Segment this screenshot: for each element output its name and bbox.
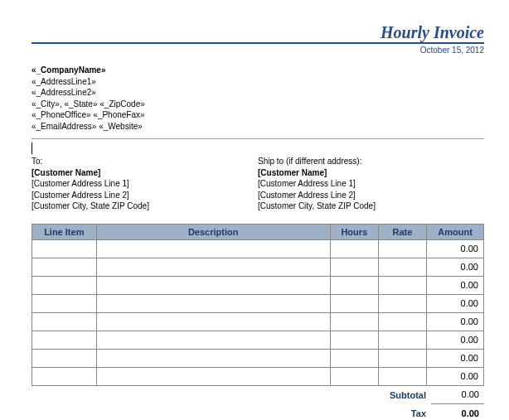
cell-hours[interactable] <box>330 349 378 367</box>
invoice-page: Hourly Invoice October 15, 2012 «_Compan… <box>0 0 509 420</box>
company-citystatezip: «_City», «_State» «_ZipCode» <box>32 99 484 110</box>
cell-description[interactable] <box>96 258 330 276</box>
cell-lineitem[interactable] <box>32 276 97 294</box>
cell-amount: 0.00 <box>427 331 484 349</box>
cell-hours[interactable] <box>330 239 378 258</box>
header-hours: Hours <box>330 224 378 239</box>
cell-rate[interactable] <box>378 331 426 349</box>
table-row: 0.00 <box>32 312 484 331</box>
cell-hours[interactable] <box>330 331 378 349</box>
cell-description[interactable] <box>96 367 330 385</box>
cell-description[interactable] <box>96 239 330 258</box>
table-row: 0.00 <box>32 294 484 312</box>
cell-hours[interactable] <box>330 312 378 331</box>
invoice-title: Hourly Invoice <box>32 23 484 42</box>
ship-to-label: Ship to (if different address): <box>258 156 484 167</box>
cell-amount: 0.00 <box>427 294 484 312</box>
cell-amount: 0.00 <box>427 349 484 367</box>
cell-description[interactable] <box>96 276 330 294</box>
bill-to-name: [Customer Name] <box>32 167 258 179</box>
cell-amount: 0.00 <box>427 312 484 331</box>
cell-lineitem[interactable] <box>32 294 97 312</box>
ship-to-line2: [Customer Address Line 2] <box>258 190 484 201</box>
tax-label: Tax <box>385 404 431 420</box>
header-rate: Rate <box>378 224 426 239</box>
company-phones: «_PhoneOffice» «_PhoneFax» <box>32 109 484 121</box>
ship-to-block: Ship to (if different address): [Custome… <box>258 156 484 212</box>
spacer <box>32 386 385 404</box>
cell-rate[interactable] <box>378 294 426 312</box>
bill-to-label: To: <box>32 156 258 167</box>
company-addr2: «_AddressLine2» <box>32 87 484 99</box>
cell-description[interactable] <box>96 294 330 312</box>
cell-hours[interactable] <box>330 367 378 385</box>
table-row: 0.00 <box>32 258 484 276</box>
subtotal-value: 0.00 <box>431 386 484 404</box>
cell-description[interactable] <box>96 349 330 367</box>
cell-amount: 0.00 <box>427 367 484 385</box>
header-amount: Amount <box>427 224 484 239</box>
invoice-date: October 15, 2012 <box>32 46 484 55</box>
ship-to-name: [Customer Name] <box>258 167 484 179</box>
header-description: Description <box>96 224 330 239</box>
cell-lineitem[interactable] <box>32 331 97 349</box>
header-lineitem: Line Item <box>32 224 97 239</box>
bill-to-line2: [Customer Address Line 2] <box>32 190 258 201</box>
divider <box>32 138 484 139</box>
cell-lineitem[interactable] <box>32 239 97 258</box>
cell-hours[interactable] <box>330 294 378 312</box>
cell-rate[interactable] <box>378 258 426 276</box>
title-rule: Hourly Invoice <box>32 23 484 44</box>
line-items-table: Line Item Description Hours Rate Amount … <box>32 224 484 386</box>
cell-amount: 0.00 <box>427 276 484 294</box>
cell-amount: 0.00 <box>427 258 484 276</box>
subtotal-label: Subtotal <box>385 386 431 404</box>
table-row: 0.00 <box>32 331 484 349</box>
company-block: «_CompanyName» «_AddressLine1» «_Address… <box>32 65 484 132</box>
cell-lineitem[interactable] <box>32 367 97 385</box>
totals-table: Subtotal 0.00 Tax 0.00 Total Due <box>32 386 484 420</box>
cell-rate[interactable] <box>378 276 426 294</box>
cell-rate[interactable] <box>378 312 426 331</box>
cell-hours[interactable] <box>330 276 378 294</box>
bill-to-line1: [Customer Address Line 1] <box>32 178 258 190</box>
table-row: 0.00 <box>32 276 484 294</box>
cell-amount: 0.00 <box>427 239 484 258</box>
cell-lineitem[interactable] <box>32 349 97 367</box>
addresses-row: To: [Customer Name] [Customer Address Li… <box>32 156 484 212</box>
cell-hours[interactable] <box>330 258 378 276</box>
ship-to-city: [Customer City, State ZIP Code] <box>258 200 484 212</box>
ship-to-line1: [Customer Address Line 1] <box>258 178 484 190</box>
bill-to-block: To: [Customer Name] [Customer Address Li… <box>32 156 258 212</box>
cell-description[interactable] <box>96 331 330 349</box>
table-row: 0.00 <box>32 367 484 385</box>
company-addr1: «_AddressLine1» <box>32 76 484 88</box>
cell-rate[interactable] <box>378 349 426 367</box>
cell-rate[interactable] <box>378 367 426 385</box>
cell-lineitem[interactable] <box>32 312 97 331</box>
spacer <box>32 404 385 420</box>
text-cursor <box>32 142 32 154</box>
cell-lineitem[interactable] <box>32 258 97 276</box>
subtotal-row: Subtotal 0.00 <box>32 386 484 404</box>
company-emailweb: «_EmailAddress» «_Website» <box>32 121 484 133</box>
tax-value: 0.00 <box>431 404 484 420</box>
cell-rate[interactable] <box>378 239 426 258</box>
table-row: 0.00 <box>32 349 484 367</box>
tax-row: Tax 0.00 <box>32 404 484 420</box>
table-row: 0.00 <box>32 239 484 258</box>
company-name: «_CompanyName» <box>32 65 484 76</box>
bill-to-city: [Customer City, State ZIP Code] <box>32 200 258 212</box>
cell-description[interactable] <box>96 312 330 331</box>
table-header-row: Line Item Description Hours Rate Amount <box>32 224 484 239</box>
